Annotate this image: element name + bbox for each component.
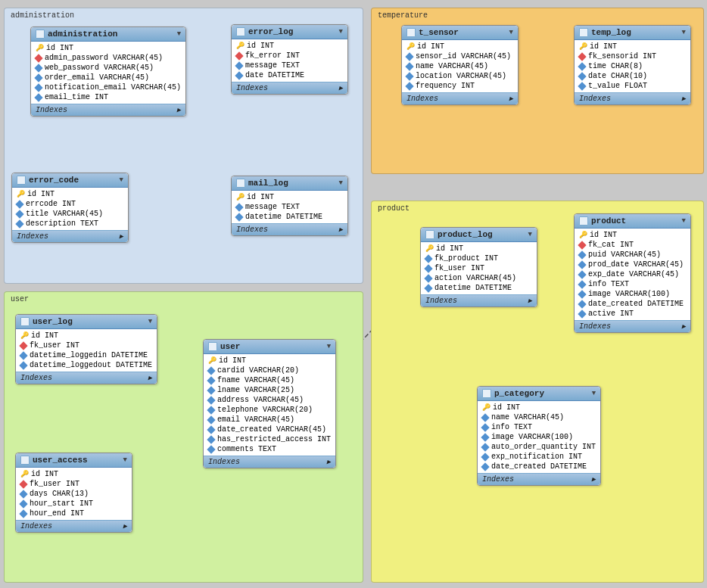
table-footer-temp_log[interactable]: Indexes ▶ — [575, 92, 690, 104]
table-error_log[interactable]: error_log ▼ 🔑id INTfk_error INTmessage T… — [231, 24, 348, 95]
table-user[interactable]: user ▼ 🔑id INTcardid VARCHAR(20)fname VA… — [203, 339, 336, 468]
table-footer-administration[interactable]: Indexes ▶ — [31, 104, 185, 116]
table-body-user: 🔑id INTcardid VARCHAR(20)fname VARCHAR(4… — [204, 354, 335, 456]
table-icon-error_code — [17, 176, 26, 185]
table-administration[interactable]: administration ▼ 🔑id INTadmin_password V… — [30, 26, 186, 117]
table-header-mail_log[interactable]: mail_log ▼ — [232, 176, 347, 191]
table-dropdown-mail_log[interactable]: ▼ — [339, 179, 343, 187]
table-error_code[interactable]: error_code ▼ 🔑id INTerrcode INTtitle VAR… — [11, 173, 129, 243]
indexes-arrow[interactable]: ▶ — [682, 95, 686, 103]
table-row: time CHAR(8) — [575, 61, 690, 71]
field-icon — [424, 264, 432, 272]
table-row: datetime DATETIME — [232, 212, 347, 222]
field-name: id INT — [27, 190, 55, 198]
table-dropdown-product[interactable]: ▼ — [682, 217, 686, 225]
indexes-arrow[interactable]: ▶ — [682, 322, 686, 331]
table-title-p_category: p_category — [482, 389, 544, 398]
table-product[interactable]: product ▼ 🔑id INTfk_cat INTpuid VARCHAR(… — [574, 213, 691, 333]
table-header-error_code[interactable]: error_code ▼ — [12, 173, 128, 188]
table-dropdown-t_sensor[interactable]: ▼ — [509, 29, 513, 36]
indexes-arrow[interactable]: ▶ — [509, 95, 513, 103]
indexes-arrow[interactable]: ▶ — [592, 475, 596, 484]
indexes-arrow[interactable]: ▶ — [339, 226, 343, 234]
table-header-error_log[interactable]: error_log ▼ — [232, 25, 347, 39]
field-icon — [235, 71, 243, 79]
field-name: fk_user INT — [30, 480, 79, 488]
table-footer-p_category[interactable]: Indexes ▶ — [478, 473, 600, 485]
indexes-arrow[interactable]: ▶ — [120, 232, 123, 241]
table-header-user_log[interactable]: user_log ▼ — [16, 315, 157, 329]
field-icon — [34, 64, 42, 72]
field-name: datetime_loggedout DATETIME — [30, 361, 152, 369]
field-name: id INT — [31, 331, 58, 340]
table-user_access[interactable]: user_access ▼ 🔑id INTfk_user INTdays CHA… — [15, 453, 132, 533]
table-header-administration[interactable]: administration ▼ — [31, 27, 185, 42]
indexes-arrow[interactable]: ▶ — [123, 522, 127, 530]
table-dropdown-temp_log[interactable]: ▼ — [682, 29, 686, 36]
table-header-product_log[interactable]: product_log ▼ — [421, 228, 537, 242]
table-footer-mail_log[interactable]: Indexes ▶ — [232, 223, 347, 235]
table-row: errcode INT — [12, 199, 128, 209]
table-row: 🔑id INT — [16, 469, 132, 479]
table-dropdown-user_access[interactable]: ▼ — [123, 456, 127, 464]
field-icon — [578, 280, 586, 288]
indexes-label: Indexes — [20, 374, 52, 382]
table-p_category[interactable]: p_category ▼ 🔑id INTname VARCHAR(45)info… — [477, 386, 601, 486]
table-dropdown-user_log[interactable]: ▼ — [148, 318, 152, 325]
table-icon-product — [579, 216, 588, 226]
fk-icon — [578, 241, 586, 249]
table-footer-product[interactable]: Indexes ▶ — [575, 320, 690, 332]
table-t_sensor[interactable]: t_sensor ▼ 🔑id INTsensor_id VARCHAR(45)n… — [401, 25, 519, 105]
table-icon-temp_log — [579, 28, 588, 37]
field-name: exp_notification INT — [491, 453, 582, 461]
table-footer-error_log[interactable]: Indexes ▶ — [232, 82, 347, 94]
field-name: datetime DATETIME — [245, 213, 322, 221]
table-dropdown-user[interactable]: ▼ — [327, 343, 331, 350]
table-dropdown-administration[interactable]: ▼ — [177, 30, 181, 38]
table-product_log[interactable]: product_log ▼ 🔑id INTfk_product INTfk_us… — [420, 227, 537, 307]
field-name: fk_product INT — [434, 254, 498, 263]
field-icon — [481, 443, 489, 451]
table-row: 🔑id INT — [31, 43, 185, 53]
table-dropdown-error_code[interactable]: ▼ — [120, 176, 123, 184]
table-mail_log[interactable]: mail_log ▼ 🔑id INTmessage TEXTdatetime D… — [231, 176, 348, 236]
table-header-p_category[interactable]: p_category ▼ — [478, 387, 600, 401]
table-header-temp_log[interactable]: temp_log ▼ — [575, 26, 690, 40]
indexes-arrow[interactable]: ▶ — [339, 84, 343, 92]
table-row: name VARCHAR(45) — [478, 412, 600, 422]
table-dropdown-p_category[interactable]: ▼ — [592, 390, 596, 397]
table-footer-error_code[interactable]: Indexes ▶ — [12, 230, 128, 242]
table-row: 🔑id INT — [478, 403, 600, 412]
table-row: active INT — [575, 309, 690, 319]
table-row: location VARCHAR(45) — [402, 71, 518, 81]
table-body-product: 🔑id INTfk_cat INTpuid VARCHAR(45)prod_da… — [575, 229, 690, 320]
indexes-arrow[interactable]: ▶ — [177, 106, 181, 114]
field-icon — [481, 462, 489, 471]
table-row: hour_end INT — [16, 509, 132, 518]
table-footer-user_access[interactable]: Indexes ▶ — [16, 520, 132, 532]
field-name: date DATETIME — [245, 71, 304, 79]
table-footer-product_log[interactable]: Indexes ▶ — [421, 294, 537, 306]
table-icon-user_log — [20, 317, 30, 326]
table-dropdown-error_log[interactable]: ▼ — [339, 28, 343, 36]
table-row: comments TEXT — [204, 444, 335, 454]
table-row: date DATETIME — [232, 70, 347, 80]
table-user_log[interactable]: user_log ▼ 🔑id INTfk_user INTdatetime_lo… — [15, 314, 157, 384]
field-name: id INT — [493, 403, 520, 412]
table-header-user_access[interactable]: user_access ▼ — [16, 453, 132, 468]
table-footer-user[interactable]: Indexes ▶ — [204, 456, 335, 468]
table-header-t_sensor[interactable]: t_sensor ▼ — [402, 26, 518, 40]
table-footer-user_log[interactable]: Indexes ▶ — [16, 372, 157, 384]
field-icon — [235, 213, 243, 221]
table-header-product[interactable]: product ▼ — [575, 214, 690, 229]
table-header-user[interactable]: user ▼ — [204, 340, 335, 354]
table-footer-t_sensor[interactable]: Indexes ▶ — [402, 92, 518, 104]
indexes-arrow[interactable]: ▶ — [148, 374, 152, 382]
table-temp_log[interactable]: temp_log ▼ 🔑id INTfk_sensorid INTtime CH… — [574, 25, 691, 105]
indexes-arrow[interactable]: ▶ — [528, 297, 532, 305]
field-icon — [578, 300, 586, 308]
table-dropdown-product_log[interactable]: ▼ — [528, 231, 532, 238]
field-icon — [15, 200, 23, 208]
field-name: name VARCHAR(45) — [416, 62, 488, 70]
indexes-arrow[interactable]: ▶ — [327, 458, 331, 466]
